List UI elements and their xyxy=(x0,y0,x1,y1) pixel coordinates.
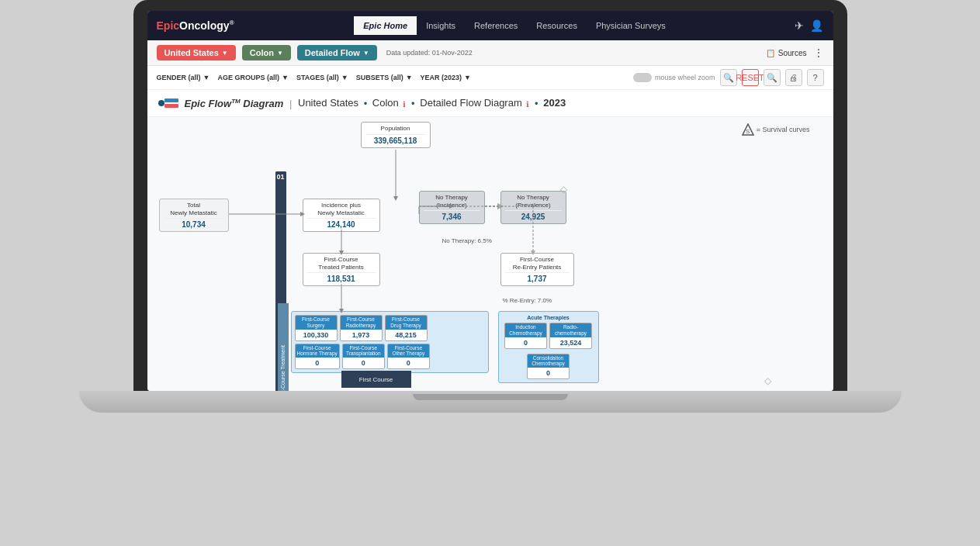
epic-flow-title: Epic FlowTM Diagram xyxy=(185,98,284,109)
hormone-therapy-value: 0 xyxy=(298,359,337,367)
toolbar-right: 📋 Sources ⋮ xyxy=(766,47,824,59)
nav-link-references[interactable]: References xyxy=(465,16,527,35)
nav-links: Epic Home Insights References Resources xyxy=(354,16,675,35)
other-therapy-value: 0 xyxy=(390,359,427,367)
diagram-content: S = Survival curves 01 First-Course Trea… xyxy=(147,117,833,391)
zoom-out-button[interactable]: 🔍 xyxy=(720,69,737,86)
radiotherapy-title: First-CourseRadiotherapy xyxy=(341,316,382,330)
no-therapy-incidence-title: No Therapy(Incidence) xyxy=(424,194,480,209)
no-therapy-prevalence-value: 24,925 xyxy=(505,210,562,221)
other-therapy-box: First-CourseOther Therapy 0 xyxy=(387,344,430,370)
send-icon[interactable]: ✈ xyxy=(795,19,804,32)
drug-therapy-value: 48,215 xyxy=(388,331,424,339)
subsets-filter-label: SUBSETS (all) xyxy=(356,74,403,81)
toolbar: United States ▼ Colon ▼ Detailed Flow ▼ … xyxy=(147,40,833,66)
induction-chemo-box: InductionChemotherapy 0 xyxy=(504,323,547,349)
population-box: Population 339,665,118 xyxy=(361,122,431,148)
first-course-row1: First-CourseSurgery 100,330 First-Course… xyxy=(295,315,485,341)
survival-text: = Survival curves xyxy=(757,126,810,133)
gender-filter[interactable]: GENDER (all) ▼ xyxy=(157,74,210,81)
dot1: • xyxy=(364,98,368,109)
sources-button[interactable]: 📋 Sources xyxy=(766,49,807,57)
logo-text: EpicOncology® xyxy=(157,19,234,32)
country-arrow-icon: ▼ xyxy=(222,50,228,57)
view-label: Detailed Flow xyxy=(305,48,360,57)
reset-button[interactable]: RESET xyxy=(742,69,759,86)
total-newly-metastatic-title: TotalNewly Metastatic xyxy=(164,202,224,216)
no-therapy-prevalence-title: No Therapy(Prevalence) xyxy=(505,194,562,209)
first-course-treated-value: 118,531 xyxy=(307,272,376,283)
first-course-treatment-label: First-Course Treatment xyxy=(280,345,286,391)
nav-link-physician-surveys-label: Physician Surveys xyxy=(596,21,666,30)
user-icon[interactable]: 👤 xyxy=(810,19,823,32)
filter-bar: GENDER (all) ▼ AGE GROUPS (all) ▼ STAGES… xyxy=(147,66,833,90)
nav-link-physician-surveys[interactable]: Physician Surveys xyxy=(587,16,675,35)
diagram-header: Epic FlowTM Diagram | United States • Co… xyxy=(147,90,833,117)
surgery-title: First-CourseSurgery xyxy=(296,316,337,330)
mouse-wheel-zoom-toggle[interactable]: mouse wheel zoom xyxy=(633,73,715,82)
acute-therapies-boxes: InductionChemotherapy 0 Radio-chemothera… xyxy=(502,323,595,379)
drug-therapy-title: First-CourseDrug Therapy xyxy=(386,316,427,330)
zoom-controls: mouse wheel zoom 🔍 RESET 🔍 🖨 xyxy=(633,69,824,86)
disease-dropdown[interactable]: Colon ▼ xyxy=(242,45,291,60)
first-course-treated-title: First-CourseTreated Patients xyxy=(307,256,376,271)
view-dropdown[interactable]: Detailed Flow ▼ xyxy=(297,45,377,60)
age-groups-filter[interactable]: AGE GROUPS (all) ▼ xyxy=(217,74,288,81)
incidence-plus-title: Incidence plusNewly Metastatic xyxy=(307,202,376,216)
title-separator: | xyxy=(289,98,295,109)
svg-rect-2 xyxy=(164,104,178,108)
transplantation-value: 0 xyxy=(345,359,382,367)
consolidation-chemo-value: 0 xyxy=(530,369,566,377)
incidence-plus-value: 124,140 xyxy=(307,218,376,229)
year-filter[interactable]: YEAR (2023) ▼ xyxy=(421,74,471,81)
radio-chemo-value: 23,524 xyxy=(552,339,589,347)
nav-link-insights[interactable]: Insights xyxy=(417,16,465,35)
acute-therapies-label: Acute Therapies xyxy=(502,315,595,320)
year-filter-label: YEAR (2023) xyxy=(421,74,462,81)
bottom-survival-icon: ◇ xyxy=(764,375,771,386)
subsets-filter[interactable]: SUBSETS (all) ▼ xyxy=(356,74,413,81)
nav-icons: ✈ 👤 xyxy=(795,19,823,32)
year-arrow-icon: ▼ xyxy=(464,74,471,81)
induction-chemo-value: 0 xyxy=(507,339,544,347)
first-course-treated-box: First-CourseTreated Patients 118,531 xyxy=(303,253,380,286)
zoom-in-icon: 🔍 xyxy=(767,73,777,83)
first-course-treatment-bar: First-Course Treatment xyxy=(278,303,289,391)
no-therapy-pct: No Therapy: 6.5% xyxy=(442,237,492,244)
population-title: Population xyxy=(365,125,426,133)
disease-arrow-icon: ▼ xyxy=(277,50,283,57)
view-info-icon[interactable]: ℹ xyxy=(526,100,529,109)
print-button[interactable]: 🖨 xyxy=(785,69,802,86)
surgery-value: 100,330 xyxy=(298,331,334,339)
first-course-row2: First-CourseHormone Therapy 0 First-Cour… xyxy=(295,344,485,370)
age-groups-filter-label: AGE GROUPS (all) xyxy=(217,74,279,81)
laptop-screen: EpicOncology® Epic Home Insights Referen… xyxy=(133,0,847,391)
total-newly-metastatic-value: 10,734 xyxy=(164,218,224,229)
svg-point-0 xyxy=(158,100,164,106)
data-updated: Data updated: 01-Nov-2022 xyxy=(386,49,473,57)
first-course-reentry-value: 1,737 xyxy=(505,272,570,283)
more-options-button[interactable]: ⋮ xyxy=(813,47,824,59)
disease-info-icon[interactable]: ℹ xyxy=(403,100,406,109)
view-arrow-icon: ▼ xyxy=(363,50,369,57)
stages-arrow-icon: ▼ xyxy=(341,74,348,81)
toggle-switch[interactable] xyxy=(633,73,652,82)
drug-therapy-box: First-CourseDrug Therapy 48,215 xyxy=(385,315,428,341)
radio-chemo-box: Radio-chemotherapy 23,524 xyxy=(549,323,592,349)
nav-link-resources[interactable]: Resources xyxy=(527,16,587,35)
country-dropdown[interactable]: United States ▼ xyxy=(157,45,236,60)
stages-filter[interactable]: STAGES (all) ▼ xyxy=(296,74,348,81)
acute-therapies-group: Acute Therapies InductionChemotherapy 0 … xyxy=(498,311,599,383)
survival-icon-prevalence: ◇ xyxy=(560,184,567,195)
zoom-out-icon: 🔍 xyxy=(723,73,734,83)
laptop-container: EpicOncology® Epic Home Insights Referen… xyxy=(64,0,917,546)
logo-epic: Epic xyxy=(157,19,180,32)
print-icon: 🖨 xyxy=(789,73,798,82)
nav-link-references-label: References xyxy=(474,21,518,30)
help-button[interactable]: ? xyxy=(807,69,824,86)
logo: EpicOncology® xyxy=(157,19,234,32)
nav-link-epic-home[interactable]: Epic Home xyxy=(354,16,417,35)
consolidation-chemo-box: ConsolidationChemotherapy 0 xyxy=(527,354,570,380)
zoom-in-button[interactable]: 🔍 xyxy=(764,69,781,86)
flow-arrows xyxy=(147,117,833,391)
